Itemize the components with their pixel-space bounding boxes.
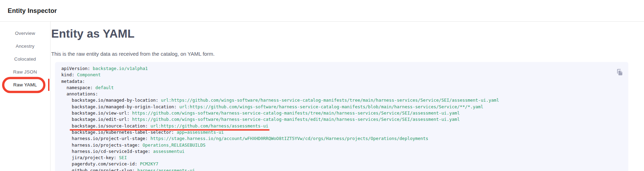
sidebar-item-label: Raw YAML bbox=[13, 82, 37, 87]
yaml-line: jira/project-key: SEI bbox=[61, 155, 622, 161]
copy-icon bbox=[616, 68, 624, 76]
sidebar-item-colocated[interactable]: Colocated bbox=[0, 53, 50, 65]
sidebar-item-raw-yaml[interactable]: Raw YAML bbox=[0, 78, 50, 91]
yaml-line: backstage.io/managed-by-location: url:ht… bbox=[61, 97, 622, 103]
yaml-line: harness.io/project-url-stage: https://st… bbox=[61, 135, 622, 142]
yaml-line: backstage.io/managed-by-origin-location:… bbox=[61, 104, 622, 110]
dialog-title: Entity Inspector bbox=[8, 7, 57, 15]
yaml-code: apiVersion: backstage.io/v1alpha1kind: C… bbox=[61, 65, 622, 171]
dialog-body: OverviewAncestryColocatedRaw JSONRaw YAM… bbox=[0, 22, 644, 171]
page-title: Entity as YAML bbox=[51, 27, 628, 40]
yaml-code-block: apiVersion: backstage.io/v1alpha1kind: C… bbox=[55, 62, 628, 171]
sidebar-item-label: Colocated bbox=[14, 56, 36, 62]
page-subtitle: This is the raw entity data as received … bbox=[51, 51, 628, 57]
sidebar-item-label: Overview bbox=[15, 31, 35, 36]
yaml-line: harness.io/cd-serviceId-stage: assessmen… bbox=[61, 148, 622, 155]
sidebar-item-ancestry[interactable]: Ancestry bbox=[0, 40, 50, 53]
dialog-header: Entity Inspector bbox=[0, 0, 644, 22]
sidebar-item-label: Raw JSON bbox=[13, 69, 37, 75]
yaml-line: pagerduty.com/service-id: PCM2KY7 bbox=[61, 161, 622, 167]
yaml-line: backstage.io/edit-url: https://github.co… bbox=[61, 116, 622, 123]
yaml-line: backstage.io/view-url: https://github.co… bbox=[61, 110, 622, 116]
yaml-line: github.com/project-slug: harness/assessm… bbox=[61, 168, 622, 171]
sidebar-tabs: OverviewAncestryColocatedRaw JSONRaw YAM… bbox=[0, 27, 50, 91]
sidebar-item-label: Ancestry bbox=[16, 44, 34, 49]
sidebar: OverviewAncestryColocatedRaw JSONRaw YAM… bbox=[0, 22, 51, 171]
yaml-line: backstage.io/kubernetes-label-selector: … bbox=[61, 129, 622, 135]
yaml-line: annotations: bbox=[61, 91, 622, 97]
selected-tab-indicator bbox=[48, 79, 49, 91]
main-content: Entity as YAML This is the raw entity da… bbox=[51, 22, 644, 171]
yaml-line: kind: Component bbox=[61, 72, 622, 78]
copy-button[interactable] bbox=[615, 68, 624, 77]
yaml-line: apiVersion: backstage.io/v1alpha1 bbox=[61, 65, 622, 72]
sidebar-item-overview[interactable]: Overview bbox=[0, 27, 50, 40]
yaml-line: harness.io/projects-stage: Operations,RE… bbox=[61, 142, 622, 148]
yaml-line: namespace: default bbox=[61, 85, 622, 91]
entity-inspector-dialog: Entity Inspector OverviewAncestryColocat… bbox=[0, 0, 644, 171]
yaml-line: metadata: bbox=[61, 78, 622, 85]
yaml-line: backstage.io/source-location: url:https:… bbox=[61, 123, 622, 129]
sidebar-item-raw-json[interactable]: Raw JSON bbox=[0, 65, 50, 78]
